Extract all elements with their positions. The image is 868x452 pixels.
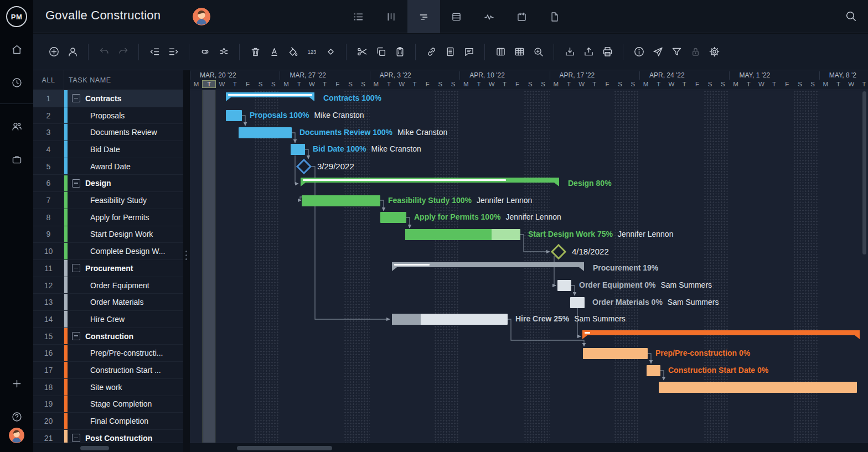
toolbar-table-icon[interactable] — [510, 43, 529, 61]
task-bar[interactable] — [291, 144, 305, 155]
table-row[interactable]: 3Documents Review — [33, 124, 183, 141]
table-row[interactable]: 14Hire Crew — [33, 311, 183, 328]
toolbar-attachment-icon[interactable] — [422, 43, 441, 61]
table-row[interactable]: 16Prep/Pre-constructi... — [33, 345, 183, 362]
view-tab-board[interactable] — [375, 0, 407, 33]
toolbar-filter-icon[interactable] — [667, 43, 686, 61]
table-row[interactable]: 6Design — [33, 175, 183, 193]
task-bar[interactable] — [302, 195, 380, 206]
search-icon[interactable] — [845, 10, 857, 24]
column-header-all[interactable]: ALL — [33, 70, 64, 90]
rail-users-icon[interactable] — [0, 115, 33, 137]
view-tab-calendar[interactable] — [505, 0, 538, 33]
toolbar-font-color-icon[interactable] — [265, 43, 283, 61]
summary-bar[interactable] — [582, 330, 860, 335]
task-bar[interactable] — [380, 212, 406, 223]
view-tab-activity[interactable] — [473, 0, 505, 33]
toolbar-add-user-icon[interactable] — [63, 43, 82, 61]
collapse-toggle-icon[interactable] — [72, 434, 80, 442]
table-row[interactable]: 10Complete Design W... — [33, 243, 183, 260]
task-bar[interactable] — [647, 365, 660, 376]
view-tab-sheet[interactable] — [440, 0, 473, 33]
rail-clock-icon[interactable] — [0, 71, 33, 93]
toolbar-link-tasks-icon[interactable] — [195, 43, 214, 61]
task-bar[interactable] — [226, 110, 242, 121]
toolbar-milestone-icon[interactable] — [321, 43, 340, 61]
toolbar-copy-icon[interactable] — [371, 43, 390, 61]
collapse-toggle-icon[interactable] — [72, 264, 80, 272]
toolbar-lock-icon[interactable] — [686, 43, 705, 61]
panel-splitter[interactable] — [183, 70, 190, 452]
rail-help-icon[interactable] — [0, 406, 33, 428]
toolbar-zoom-in-icon[interactable] — [529, 43, 547, 61]
table-row[interactable]: 13Order Materials — [33, 294, 183, 311]
column-header-task-name[interactable]: TASK NAME — [64, 70, 183, 90]
table-row[interactable]: 19Stage Completion — [33, 396, 183, 413]
pm-logo[interactable]: PM — [6, 6, 27, 27]
toolbar-numbers-icon[interactable]: 123 — [302, 43, 321, 61]
table-row[interactable]: 21Post Construction — [33, 430, 183, 443]
rail-plus-icon[interactable] — [0, 372, 33, 394]
row-number: 17 — [33, 362, 64, 378]
user-avatar[interactable] — [9, 428, 24, 443]
project-owner-avatar[interactable] — [193, 8, 210, 25]
table-row[interactable]: 5Award Date — [33, 158, 183, 175]
task-bar[interactable] — [659, 382, 857, 393]
toolbar-import-icon[interactable] — [560, 43, 579, 61]
table-row[interactable]: 9Start Design Work — [33, 226, 183, 243]
milestone-diamond[interactable] — [296, 159, 312, 174]
view-tab-list[interactable] — [342, 0, 375, 33]
collapse-toggle-icon[interactable] — [72, 94, 80, 102]
rail-briefcase-icon[interactable] — [0, 148, 33, 170]
toolbar-print-icon[interactable] — [598, 43, 617, 61]
toolbar-paste-icon[interactable] — [390, 43, 409, 61]
view-tab-gantt[interactable] — [407, 0, 440, 33]
task-bar[interactable] — [405, 229, 520, 240]
table-row[interactable]: 20Final Completion — [33, 413, 183, 430]
toolbar-cut-icon[interactable] — [353, 43, 371, 61]
task-bar[interactable] — [557, 280, 571, 291]
toolbar-share-icon[interactable] — [648, 43, 667, 61]
table-row[interactable]: 15Construction — [33, 328, 183, 345]
table-row[interactable]: 8Apply for Permits — [33, 209, 183, 226]
toolbar-comment-icon[interactable] — [459, 43, 478, 61]
table-row[interactable]: 7Feasibility Study — [33, 192, 183, 209]
toolbar-columns-icon[interactable] — [491, 43, 510, 61]
table-row[interactable]: 2Proposals — [33, 107, 183, 124]
toolbar-outdent-icon[interactable] — [145, 43, 164, 61]
table-header: ALL TASK NAME — [33, 70, 183, 90]
toolbar-redo-icon[interactable] — [113, 43, 132, 61]
toolbar-indent-icon[interactable] — [164, 43, 183, 61]
task-bar[interactable] — [570, 297, 585, 308]
toolbar-info-icon[interactable] — [629, 43, 648, 61]
summary-bar[interactable] — [392, 262, 584, 267]
task-bar[interactable] — [392, 314, 508, 325]
table-row[interactable]: 12Order Equipment — [33, 277, 183, 294]
task-name: Order Materials — [90, 298, 143, 306]
summary-bar[interactable] — [226, 92, 314, 97]
rail-home-icon[interactable] — [0, 38, 33, 60]
toolbar-fill-color-icon[interactable] — [283, 43, 302, 61]
task-bar[interactable] — [239, 127, 292, 138]
summary-bar[interactable] — [301, 178, 559, 183]
toolbar-export-icon[interactable] — [579, 43, 598, 61]
toolbar-settings-icon[interactable] — [705, 43, 724, 61]
table-row[interactable]: 1Contracts — [33, 90, 183, 107]
table-row[interactable]: 11Procurement — [33, 260, 183, 277]
table-row[interactable]: 17Construction Start ... — [33, 362, 183, 379]
collapse-toggle-icon[interactable] — [72, 332, 80, 340]
toolbar-notes-icon[interactable] — [441, 43, 459, 61]
vertical-scrollbar[interactable] — [862, 91, 866, 254]
table-horizontal-scrollbar[interactable] — [80, 446, 109, 450]
toolbar-add-task-icon[interactable] — [44, 43, 63, 61]
table-row[interactable]: 4Bid Date — [33, 141, 183, 158]
task-bar[interactable] — [583, 348, 648, 359]
view-tab-page[interactable] — [538, 0, 571, 33]
collapse-toggle-icon[interactable] — [72, 179, 80, 188]
toolbar-unlink-tasks-icon[interactable] — [214, 43, 233, 61]
toolbar-delete-icon[interactable] — [246, 43, 265, 61]
milestone-diamond[interactable] — [551, 243, 566, 259]
chart-horizontal-scrollbar[interactable] — [237, 446, 332, 450]
toolbar-undo-icon[interactable] — [95, 43, 113, 61]
table-row[interactable]: 18Site work — [33, 379, 183, 396]
